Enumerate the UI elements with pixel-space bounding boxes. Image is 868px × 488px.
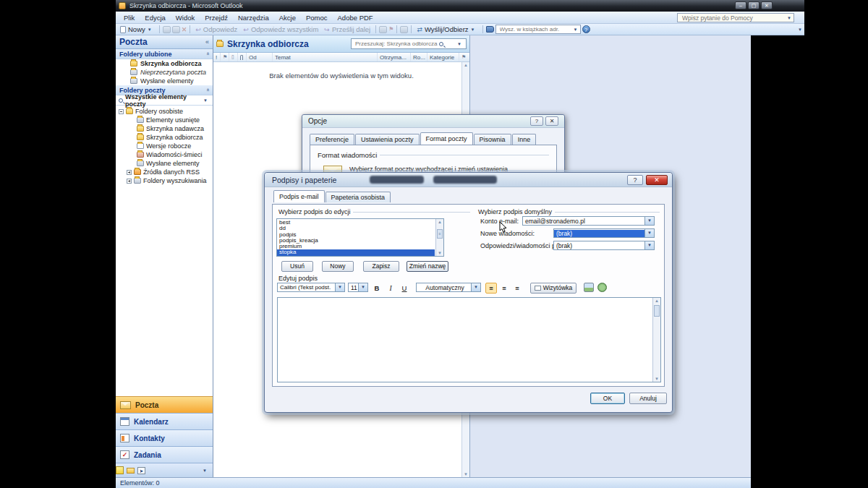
toolbar-overflow-icon[interactable]: ▼ (798, 27, 802, 32)
nav-mail[interactable]: Poczta (116, 396, 213, 413)
rename-signature-button[interactable]: Zmień nazwę (407, 261, 448, 272)
tree-item-drafts[interactable]: Wersje robocze (116, 142, 213, 150)
font-size-combo[interactable]: 11 ▼ (348, 283, 368, 292)
signature-listbox[interactable]: best dd podpis podpis_kreacja premium st… (276, 218, 444, 257)
forward-button[interactable]: ↪ Prześlij dalej (322, 25, 373, 35)
tab-pisownia[interactable]: Pisownia (474, 134, 511, 145)
move-to-folder-icon[interactable] (172, 26, 180, 33)
send-receive-button[interactable]: ⇄ Wyślij/Odbierz ▼ (414, 25, 479, 35)
column-importance[interactable]: ! (213, 53, 221, 61)
collapse-section-icon[interactable]: « (204, 88, 210, 91)
list-item[interactable]: best (277, 220, 435, 226)
tree-item-outbox[interactable]: Skrzynka nadawcza (116, 124, 213, 133)
editor-scrollbar[interactable]: ▲ ▼ (652, 298, 660, 382)
list-item[interactable]: premium (277, 244, 435, 249)
address-search-box[interactable]: ▼ (495, 25, 581, 34)
insert-picture-icon[interactable] (584, 283, 594, 292)
menu-widok[interactable]: Widok (171, 14, 200, 22)
favorite-sent-items[interactable]: Wysłane elementy (116, 77, 213, 85)
chevron-down-icon[interactable]: ▼ (335, 283, 344, 291)
tree-item-junk[interactable]: Wiadomości-śmieci (116, 150, 213, 159)
signatures-title-bar[interactable]: Podpisy i papeterie ? ✕ (265, 173, 672, 187)
chevron-down-icon[interactable]: ▼ (471, 283, 480, 291)
column-flag[interactable]: ⚑ (459, 53, 469, 61)
scrollbar-thumb[interactable] (654, 305, 660, 317)
close-button[interactable]: ✕ (761, 1, 773, 9)
scroll-up-icon[interactable]: ▲ (462, 63, 469, 67)
insert-hyperlink-icon[interactable] (597, 283, 607, 292)
chevron-down-icon[interactable]: ▼ (457, 42, 461, 46)
nav-contacts[interactable]: Kontakty (116, 429, 213, 446)
scroll-down-icon[interactable]: ▼ (653, 377, 660, 381)
tab-preferencje[interactable]: Preferencje (310, 134, 354, 145)
menu-akcje[interactable]: Akcje (274, 14, 301, 22)
bold-button[interactable]: B (371, 283, 383, 294)
tree-item-rss[interactable]: Źródła danych RSS (116, 168, 213, 176)
favorite-inbox[interactable]: Skrzynka odbiorcza (116, 59, 213, 68)
column-size[interactable]: Ro... (411, 53, 427, 61)
column-icon[interactable]: ▯ (229, 53, 238, 61)
tree-item-inbox[interactable]: Skrzynka odbiorcza (116, 133, 213, 142)
underline-button[interactable]: U (399, 283, 410, 294)
notes-icon[interactable] (116, 466, 124, 474)
maximize-button[interactable]: ▢ (748, 1, 760, 9)
replies-combo[interactable]: (brak) ▼ (553, 241, 655, 250)
menu-adobe-pdf[interactable]: Adobe PDF (333, 14, 378, 22)
help-question-input[interactable] (681, 14, 780, 22)
menu-pomoc[interactable]: Pomoc (301, 14, 333, 22)
reading-pane-icon[interactable] (400, 26, 408, 33)
help-question-box[interactable]: ▼ (677, 13, 794, 22)
collapse-expander-icon[interactable] (119, 109, 124, 114)
follow-up-flag-icon[interactable]: ⚑ (388, 26, 393, 33)
delete-signature-button[interactable]: Usuń (281, 261, 313, 272)
chevron-down-icon[interactable]: ▼ (471, 27, 475, 32)
new-button[interactable]: Nowy ▼ (118, 25, 156, 35)
reply-all-button[interactable]: ↩ Odpowiedz wszystkim (241, 25, 320, 35)
help-icon[interactable]: ? (627, 175, 643, 185)
scroll-down-icon[interactable]: ▼ (462, 472, 469, 476)
list-item-selected[interactable]: stopka (277, 249, 435, 255)
tree-item-search-folders[interactable]: Foldery wyszukiwania (116, 176, 213, 185)
align-center-button[interactable]: ≡ (498, 283, 510, 294)
ok-button[interactable]: OK (590, 393, 625, 404)
tree-item-sent[interactable]: Wysłane elementy (116, 159, 213, 168)
list-item[interactable]: dd (277, 226, 435, 231)
column-attachment[interactable] (238, 53, 247, 61)
chevron-down-icon[interactable]: ▼ (787, 16, 791, 20)
address-search-input[interactable] (498, 25, 568, 33)
tab-podpis-email[interactable]: Podpis e-mail (273, 190, 325, 202)
categorize-icon[interactable] (379, 26, 387, 33)
listbox-scrollbar[interactable]: ▲ ≡ ▼ (435, 219, 443, 256)
tree-item-deleted[interactable]: Elementy usunięte (116, 116, 213, 124)
minimize-button[interactable]: – (735, 1, 746, 9)
print-icon[interactable] (163, 26, 171, 33)
chevron-down-icon[interactable]: ▼ (358, 283, 367, 291)
tab-inne[interactable]: Inne (512, 134, 537, 145)
signature-editor[interactable]: ▲ ▼ (277, 297, 661, 382)
italic-button[interactable]: I (385, 283, 396, 294)
collapse-section-icon[interactable]: « (204, 52, 210, 55)
nav-calendar[interactable]: Kalendarz (116, 413, 213, 429)
delete-icon[interactable]: ✕ (182, 26, 187, 33)
reply-button[interactable]: ↩ Odpowiedz (193, 25, 239, 35)
font-name-combo[interactable]: Calibri (Tekst podst. ▼ (277, 283, 345, 292)
address-book-icon[interactable] (486, 26, 494, 33)
column-categories[interactable]: Kategorie (427, 53, 459, 61)
instant-search-box[interactable]: ▼ (351, 38, 467, 49)
save-signature-button[interactable]: Zapisz (363, 261, 399, 272)
column-reminder[interactable]: ⚑ (221, 53, 229, 61)
new-messages-combo[interactable]: (brak) ▼ (553, 228, 655, 238)
align-right-button[interactable]: ≡ (511, 283, 523, 294)
chevron-down-icon[interactable]: ▼ (644, 217, 654, 225)
chevron-down-icon[interactable]: ▼ (203, 98, 208, 103)
expand-expander-icon[interactable] (127, 179, 132, 184)
close-icon[interactable]: ✕ (646, 175, 668, 185)
folder-view-selector[interactable]: Wszystkie elementy poczty ▼ (116, 95, 213, 106)
menu-edycja[interactable]: Edycja (140, 14, 171, 22)
shortcuts-icon[interactable]: ➤ (137, 467, 145, 474)
scroll-down-icon[interactable]: ▼ (436, 251, 443, 255)
cancel-button[interactable]: Anuluj (629, 393, 667, 404)
font-color-combo[interactable]: Automatyczny ▼ (416, 283, 481, 292)
new-signature-button[interactable]: Nowy (322, 261, 354, 272)
column-from[interactable]: Od (247, 53, 273, 61)
